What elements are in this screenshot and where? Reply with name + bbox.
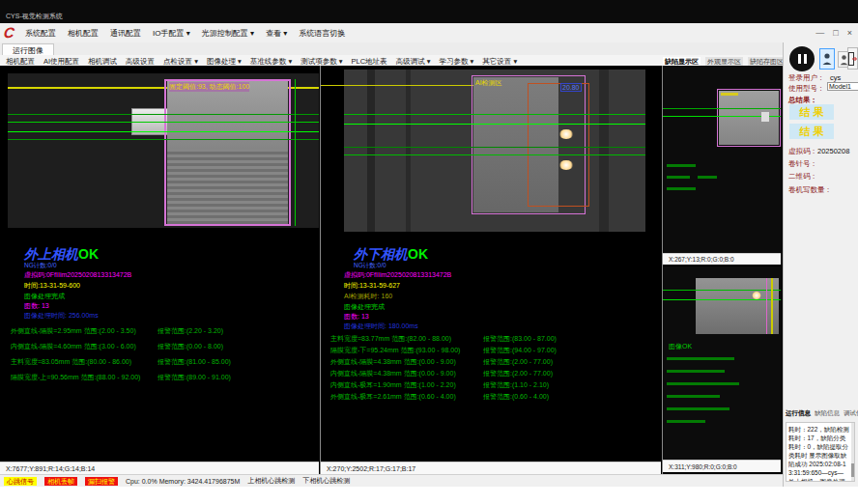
tab-appearance-display[interactable]: 外观显示区 bbox=[705, 57, 743, 67]
user-login-button[interactable] bbox=[819, 48, 835, 70]
ai-region-label: AI检测区 bbox=[475, 78, 502, 88]
overlay-line bbox=[8, 139, 319, 140]
defect-top-coords-bar: X:267;Y:13;R:0;G:0;B:0 bbox=[663, 253, 781, 265]
status-bar: 心跳信号 相机丢帧 漏扫报警 Cpu: 0.0% Memory: 3424.41… bbox=[0, 474, 783, 487]
pause-icon bbox=[798, 54, 801, 64]
minimize-icon[interactable]: — bbox=[815, 28, 824, 38]
frame-count: 图数: 13 bbox=[344, 312, 369, 322]
menu-item-language-switch[interactable]: 系统语言切换 bbox=[299, 28, 345, 39]
measurement-alarm: 报警范围:(81.00 - 85.00) bbox=[157, 357, 231, 367]
defect-view-bottom[interactable]: 图像OK bbox=[663, 266, 781, 460]
tool-advanced-debug[interactable]: 高级调试 ▾ bbox=[396, 57, 431, 67]
pause-button[interactable] bbox=[789, 46, 815, 71]
tool-baseline-params[interactable]: 基准线参数 ▾ bbox=[250, 57, 292, 67]
exit-button[interactable] bbox=[847, 47, 858, 70]
tool-learning-params[interactable]: 学习参数 ▾ bbox=[439, 57, 473, 67]
measurement-alarm: 报警范围:(2.00 - 77.00) bbox=[483, 369, 553, 378]
qr-label: 二维码： bbox=[788, 172, 817, 182]
title-bar[interactable]: CYS-视觉检测系统 bbox=[0, 0, 858, 23]
tool-test-params[interactable]: 测试项参数 ▾ bbox=[300, 57, 342, 67]
highlight-spot bbox=[558, 160, 574, 170]
status-text: 图像处理完成 bbox=[344, 302, 385, 312]
overlay-line bbox=[344, 147, 645, 148]
maximize-icon[interactable]: □ bbox=[833, 28, 838, 38]
overlay-line bbox=[344, 124, 645, 125]
ai-roi-box bbox=[528, 83, 589, 207]
time-text: 时间:13-31-59-627 bbox=[344, 281, 400, 291]
tab-debug-info[interactable]: 调试信息 bbox=[844, 409, 858, 418]
result-box-2: 结 果 bbox=[789, 124, 834, 139]
overlay-line bbox=[663, 290, 781, 291]
tiny-text-row bbox=[667, 420, 705, 423]
tool-advanced-settings[interactable]: 高级设置 bbox=[126, 57, 155, 67]
camera-name: 外下相机 bbox=[354, 246, 408, 262]
tab-defect-info[interactable]: 缺陷信息 bbox=[815, 409, 840, 418]
menu-item-io-config[interactable]: IO手配置 ▾ bbox=[153, 28, 190, 39]
camera-name: 外上相机 bbox=[24, 246, 78, 262]
value-badge: 20.80 bbox=[560, 83, 582, 92]
tool-camera-config[interactable]: 相机配置 bbox=[6, 57, 35, 67]
measurement-alarm: 报警范围:(2.00 - 77.00) bbox=[483, 357, 553, 367]
scan-alarm-badge: 漏扫报警 bbox=[85, 477, 118, 486]
needle-label: 卷针号： bbox=[788, 159, 817, 169]
tiny-text-row bbox=[667, 357, 734, 360]
window-title: CYS-视觉检测系统 bbox=[6, 12, 63, 21]
desktop-area bbox=[0, 487, 858, 504]
overlay-line bbox=[771, 278, 773, 334]
measurement-alarm: 报警范围:(2.20 - 3.20) bbox=[157, 326, 223, 336]
tool-image-processing[interactable]: 图像处理 ▾ bbox=[207, 57, 242, 67]
menu-item-comm-config[interactable]: 通讯配置 bbox=[110, 28, 141, 39]
defect-view-top[interactable] bbox=[663, 66, 781, 253]
result-ok: OK bbox=[78, 246, 99, 262]
measurement-text: 外侧直线-极耳=2.61mm 范围:(0.60 - 4.00) bbox=[330, 392, 456, 402]
login-user-value: cys bbox=[830, 73, 841, 82]
scrollbar-thumb[interactable] bbox=[851, 463, 854, 477]
measurement-alarm: 报警范围:(89.00 - 91.00) bbox=[157, 373, 231, 382]
proc-time: 图像处理时间: 180.00ms bbox=[344, 322, 418, 331]
measurement-text: 外侧直线-隔膜=2.95mm 范围:(2.00 - 3.50) bbox=[11, 326, 136, 336]
right-panel: 登录用户： cys 使用型号： Model1 总结果： 结 果 结 果 虚拟码：… bbox=[783, 42, 858, 487]
menu-item-system-config[interactable]: 系统配置 bbox=[25, 28, 56, 39]
pause-icon bbox=[804, 54, 807, 64]
log-scrollbar[interactable] bbox=[851, 423, 854, 481]
vcode-value: 20250208 bbox=[817, 147, 849, 155]
measurement-alarm: 报警范围:(0.60 - 4.00) bbox=[483, 392, 549, 402]
threshold-overlay-text: 固定阈值:93, 动态阈值:100 bbox=[169, 82, 249, 92]
menu-item-light-config[interactable]: 光源控制配置 ▾ bbox=[202, 28, 254, 39]
machine-edge bbox=[367, 70, 375, 232]
write-count-label: 卷机写数量： bbox=[788, 185, 832, 195]
tiny-text-row bbox=[667, 187, 696, 190]
window-controls: — □ × bbox=[815, 23, 852, 42]
tool-other-settings[interactable]: 其它设置 ▾ bbox=[482, 57, 517, 67]
tool-ai-config[interactable]: AI使用配置 bbox=[43, 57, 79, 67]
tool-plc-address[interactable]: PLC地址表 bbox=[352, 57, 387, 67]
heartbeat-badge: 心跳信号 bbox=[4, 477, 37, 486]
tool-camera-debug[interactable]: 相机调试 bbox=[88, 57, 117, 67]
menu-item-camera-config[interactable]: 相机配置 bbox=[68, 28, 99, 39]
tool-spot-check[interactable]: 点检设置 ▾ bbox=[163, 57, 198, 67]
machine-edge bbox=[406, 70, 411, 232]
tab-run-info[interactable]: 运行信息 bbox=[786, 409, 811, 418]
highlight-spot bbox=[558, 129, 574, 139]
menu-items: 系统配置 相机配置 通讯配置 IO手配置 ▾ 光源控制配置 ▾ 查看 ▾ 系统语… bbox=[25, 23, 345, 42]
overlay-line bbox=[663, 299, 781, 300]
proc-time: 图像处理时间: 256.00ms bbox=[24, 311, 99, 321]
menu-item-view[interactable]: 查看 ▾ bbox=[266, 28, 287, 39]
close-icon[interactable]: × bbox=[847, 28, 852, 38]
overlay-line bbox=[8, 122, 319, 123]
menu-bar: C 系统配置 相机配置 通讯配置 IO手配置 ▾ 光源控制配置 ▾ 查看 ▾ 系… bbox=[0, 23, 858, 43]
overlay-line bbox=[344, 114, 645, 115]
exit-door-icon bbox=[848, 52, 857, 66]
middle-coords-bar: X:270;Y:2502;R:17;G:17;B:17 bbox=[321, 462, 661, 474]
overlay-line bbox=[663, 108, 781, 109]
model-select[interactable]: Model1 bbox=[827, 82, 858, 91]
tab-defect-display[interactable]: 缺陷显示区 bbox=[663, 57, 701, 67]
overlay-line bbox=[344, 154, 645, 155]
left-camera-view[interactable]: 固定阈值:93, 动态阈值:100 外上相机OK NG计数:0/0 虚拟码:0F… bbox=[0, 66, 319, 462]
middle-camera-view[interactable]: AI检测区 20.80 外下相机OK NG计数:0/0 虚拟码:0FfIIim2… bbox=[321, 66, 661, 462]
result-box-1: 结 果 bbox=[789, 104, 834, 120]
tiny-text-row bbox=[667, 382, 739, 385]
tab-defect-save[interactable]: 缺陷存图区 bbox=[748, 57, 786, 67]
ok-text: 图像OK bbox=[669, 342, 692, 351]
overlay-line bbox=[8, 131, 319, 132]
